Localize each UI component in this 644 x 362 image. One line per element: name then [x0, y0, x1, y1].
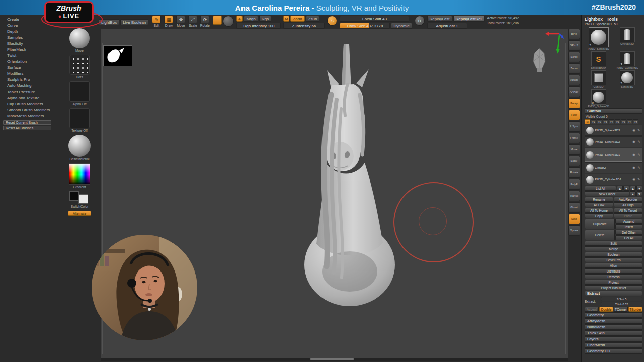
menu-item-auto-masking[interactable]: Auto Masking	[3, 83, 62, 89]
align-button[interactable]: Align	[585, 263, 642, 268]
menu-item-samples[interactable]: Samples	[3, 35, 62, 41]
s-smt-slider[interactable]: S Smt 5	[601, 297, 642, 301]
shelf-lsym-button[interactable]: L.Sym	[568, 121, 580, 132]
menu-item-fibermesh[interactable]: FiberMesh	[3, 47, 62, 53]
focal-shift-slider[interactable]: Focal Shift 43	[340, 16, 409, 22]
bevel-pro-button[interactable]: Bevel Pro	[585, 257, 642, 262]
rename-button[interactable]: Rename	[585, 197, 613, 202]
panel-header-lightbox[interactable]: Lightbox	[585, 17, 603, 22]
tool-cell-sphere3d[interactable]: 5 Sphere3D	[613, 70, 641, 88]
alternate-button[interactable]: Alternate	[68, 211, 91, 216]
layers-section-header[interactable]: Layers	[585, 336, 642, 342]
shelf-xpose-button[interactable]: Xpose	[568, 225, 580, 236]
basic-material-thumb[interactable]	[68, 135, 91, 157]
edit-mode-button[interactable]: ✎ Edit	[151, 16, 162, 27]
replay-last-rel-button[interactable]: ReplayLastRel	[453, 16, 485, 22]
list-all-button[interactable]: List All	[585, 186, 616, 191]
current-stroke-thumb[interactable]	[69, 55, 90, 75]
stroke-indicator-s[interactable]: S	[327, 16, 337, 26]
menu-item-tablet-pressure[interactable]: Tablet Pressure	[3, 89, 62, 95]
shelf-actual-button[interactable]: Actual	[568, 75, 580, 85]
subtool-row[interactable]: Extract2 ◉ ✎	[585, 162, 642, 173]
reset-current-brush-button[interactable]: Reset Current Brush	[3, 120, 51, 125]
vis-tab-v4[interactable]: V4	[609, 119, 614, 124]
canvas-hscroll-handle[interactable]	[310, 358, 354, 360]
adjust-last-slider[interactable]: AdjustLast 1	[427, 23, 467, 29]
append-button[interactable]: Append	[615, 219, 642, 224]
dynamic-button[interactable]: Dynamic	[391, 23, 412, 29]
all-high-button[interactable]: All High	[614, 202, 642, 207]
vis-tab-v5[interactable]: V5	[615, 119, 620, 124]
menu-item-curve[interactable]: Curve	[3, 23, 62, 29]
paint-icon[interactable]: ✎	[637, 153, 641, 157]
menu-item-elasticity[interactable]: Elasticity	[3, 41, 62, 47]
current-color-swatch[interactable]	[213, 16, 222, 25]
menu-item-smooth-brush-modifiers[interactable]: Smooth Brush Modifiers	[3, 107, 62, 113]
eye-icon[interactable]: ◉	[632, 140, 636, 144]
stroke-indicator-d[interactable]: D	[415, 16, 425, 26]
accept-button[interactable]: Accept	[585, 307, 599, 312]
copy-button[interactable]: Copy	[585, 213, 613, 218]
new-folder-button[interactable]: New Folder	[585, 191, 629, 196]
shelf-rotate-button[interactable]: Rotate	[568, 167, 580, 178]
all-to-target-button[interactable]: All To Target	[614, 208, 642, 213]
vis-tab-v8[interactable]: V8	[633, 119, 638, 124]
project-basrelief-button[interactable]: Project BasRelief	[585, 285, 642, 290]
folder-down-button[interactable]: ▼	[636, 191, 642, 196]
secondary-color-swatch[interactable]	[78, 194, 88, 204]
eye-icon[interactable]: ◉	[632, 177, 636, 182]
menu-item-maskmesh-modifiers[interactable]: MaskMesh Modifiers	[3, 113, 62, 119]
split-button[interactable]: Split	[585, 241, 642, 246]
nanomesh-section-header[interactable]: NanoMesh	[585, 324, 642, 330]
current-material-sphere[interactable]	[223, 16, 234, 27]
vis-tab-v3[interactable]: V3	[603, 119, 608, 124]
boolean-button[interactable]: Boolean	[585, 252, 642, 257]
tool-cell-sphere3d-current[interactable]: 5 PM3D_Sphere3D	[585, 27, 612, 50]
arraymesh-section-header[interactable]: ArrayMesh	[585, 318, 642, 324]
menu-item-surface[interactable]: Surface	[3, 65, 62, 71]
panel-header-tools[interactable]: Tools	[607, 17, 618, 22]
menu-item-sculptris-pro[interactable]: Sculptris Pro	[3, 77, 62, 83]
tool-cell-pm3d-cylinder3d[interactable]: 3 PM3D_Cylinder3D	[613, 51, 641, 69]
zadd-button[interactable]: Zadd	[290, 16, 304, 22]
move-mode-button[interactable]: ✥ Move	[175, 16, 186, 27]
distribute-button[interactable]: Distribute	[585, 268, 642, 274]
menu-item-orientation[interactable]: Orientation	[3, 59, 62, 65]
shelf-scale-button[interactable]: Scale	[568, 156, 580, 166]
eye-icon[interactable]: ◉	[632, 128, 636, 132]
vis-tab-v1[interactable]: V1	[591, 119, 596, 124]
subtool-down-button[interactable]: ▼	[623, 186, 629, 191]
subtool-row-selected[interactable]: PM3D_Sphere3D1 ◉ ✎	[585, 148, 642, 162]
shelf-spix-slider[interactable]: SPix 3	[568, 40, 580, 51]
m-channel-chip[interactable]: M	[283, 16, 289, 22]
vis-tab-m[interactable]: M	[585, 119, 590, 124]
tool-cell-cube3d[interactable]: Cube3D	[585, 70, 612, 88]
del-other-button[interactable]: Del Other	[615, 230, 642, 235]
rotate-mode-button[interactable]: ⟳ Rotate	[199, 16, 210, 27]
geometry-section-header[interactable]: Geometry	[585, 312, 642, 318]
paint-icon[interactable]: ✎	[637, 140, 641, 144]
subtool-row[interactable]: PM3D_Cylinder3D1 ◉ ✎	[585, 174, 642, 185]
lightbox-button[interactable]: LightBox	[99, 19, 119, 25]
subtool-section-header[interactable]: Subtool	[585, 108, 642, 114]
shelf-solo-button[interactable]: Solo	[568, 214, 580, 224]
menu-item-depth[interactable]: Depth	[3, 29, 62, 35]
vis-tab-v7[interactable]: V7	[627, 119, 632, 124]
paint-icon[interactable]: ✎	[637, 177, 641, 182]
folder-up-button[interactable]: ▲	[630, 191, 636, 196]
shelf-persp-button[interactable]: Persp	[568, 98, 580, 109]
double-button[interactable]: Double	[599, 307, 613, 312]
replay-last-button[interactable]: ReplayLast	[427, 16, 452, 22]
zsub-button[interactable]: Zsub	[306, 16, 320, 22]
shelf-frame-button[interactable]: Frame	[568, 133, 580, 143]
alpha-off-thumb[interactable]	[69, 81, 90, 102]
thick-slider[interactable]: Thick 0.02	[601, 302, 642, 306]
vis-tab-v2[interactable]: V2	[597, 119, 602, 124]
paste-button[interactable]: Paste	[614, 213, 642, 218]
primary-color-swatch[interactable]	[69, 191, 79, 201]
tool-cell-pm3d-sphere3d[interactable]: 9 PM3D_Sphere3D	[585, 89, 612, 108]
geometry-hd-section-header[interactable]: Geometry HD	[585, 348, 642, 354]
menu-item-alpha-and-texture[interactable]: Alpha and Texture	[3, 95, 62, 101]
a-channel-chip[interactable]: A	[236, 16, 243, 22]
menu-item-modifiers[interactable]: Modifiers	[3, 71, 62, 77]
